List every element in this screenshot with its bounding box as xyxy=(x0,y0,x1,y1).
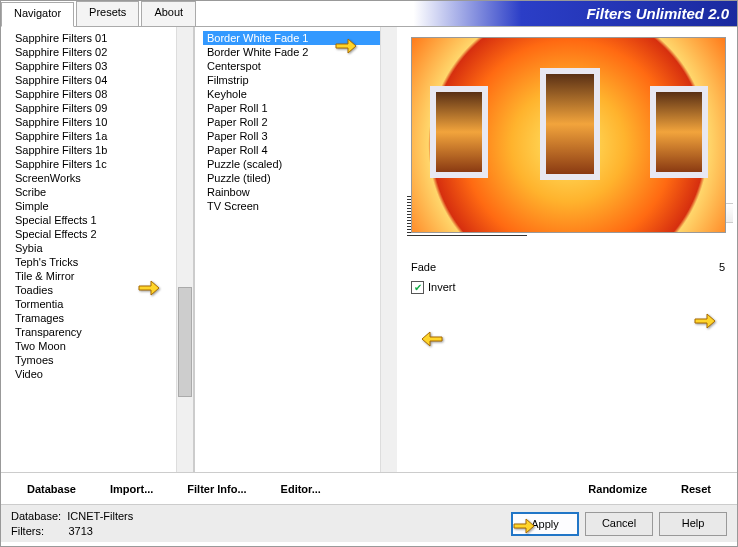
category-list[interactable]: Sapphire Filters 01Sapphire Filters 02Sa… xyxy=(1,27,176,472)
help-button[interactable]: Help xyxy=(659,512,727,536)
category-item[interactable]: Sapphire Filters 10 xyxy=(11,115,176,129)
category-item[interactable]: Sybia xyxy=(11,241,176,255)
status-db-label: Database: xyxy=(11,510,61,522)
preview-image xyxy=(411,37,726,233)
apply-button[interactable]: Apply xyxy=(511,512,579,536)
category-item[interactable]: Tramages xyxy=(11,311,176,325)
category-item[interactable]: Sapphire Filters 1b xyxy=(11,143,176,157)
category-item[interactable]: Toadies xyxy=(11,283,176,297)
filter-scrollbar[interactable] xyxy=(380,27,397,472)
category-scrollbar[interactable] xyxy=(176,27,193,472)
category-item[interactable]: Teph's Tricks xyxy=(11,255,176,269)
status-filters-label: Filters: xyxy=(11,525,44,537)
editor-button[interactable]: Editor... xyxy=(267,480,335,498)
tab-navigator[interactable]: Navigator xyxy=(1,2,74,27)
cancel-button[interactable]: Cancel xyxy=(585,512,653,536)
category-item[interactable]: Sapphire Filters 03 xyxy=(11,59,176,73)
category-item[interactable]: Sapphire Filters 01 xyxy=(11,31,176,45)
filter-item[interactable]: Paper Roll 2 xyxy=(203,115,380,129)
tab-presets[interactable]: Presets xyxy=(76,1,139,26)
import-button[interactable]: Import... xyxy=(96,480,167,498)
category-item[interactable]: Sapphire Filters 1c xyxy=(11,157,176,171)
filter-item[interactable]: Puzzle (scaled) xyxy=(203,157,380,171)
filter-info-button[interactable]: Filter Info... xyxy=(173,480,260,498)
category-item[interactable]: Sapphire Filters 1a xyxy=(11,129,176,143)
scroll-thumb[interactable] xyxy=(178,287,192,397)
category-item[interactable]: Two Moon xyxy=(11,339,176,353)
filter-item[interactable]: Keyhole xyxy=(203,87,380,101)
category-item[interactable]: Sapphire Filters 08 xyxy=(11,87,176,101)
status-db-value: ICNET-Filters xyxy=(67,510,133,522)
category-item[interactable]: Simple xyxy=(11,199,176,213)
param-fade-label: Fade xyxy=(411,261,695,273)
app-title: Filters Unlimited 2.0 xyxy=(198,1,737,26)
category-item[interactable]: Video xyxy=(11,367,176,381)
category-item[interactable]: Sapphire Filters 04 xyxy=(11,73,176,87)
filter-item[interactable]: Border White Fade 2 xyxy=(203,45,380,59)
category-item[interactable]: Sapphire Filters 02 xyxy=(11,45,176,59)
filter-item[interactable]: Puzzle (tiled) xyxy=(203,171,380,185)
category-item[interactable]: Special Effects 1 xyxy=(11,213,176,227)
category-item[interactable]: Scribe xyxy=(11,185,176,199)
filter-item[interactable]: Rainbow xyxy=(203,185,380,199)
reset-button[interactable]: Reset xyxy=(667,480,725,498)
filter-list[interactable]: Border White Fade 1Border White Fade 2Ce… xyxy=(195,27,380,472)
invert-checkbox[interactable]: ✔ xyxy=(411,281,424,294)
tab-about[interactable]: About xyxy=(141,1,196,26)
filter-item[interactable]: Paper Roll 1 xyxy=(203,101,380,115)
filter-item[interactable]: Paper Roll 3 xyxy=(203,129,380,143)
category-item[interactable]: Sapphire Filters 09 xyxy=(11,101,176,115)
category-item[interactable]: Tymoes xyxy=(11,353,176,367)
filter-item[interactable]: Filmstrip xyxy=(203,73,380,87)
database-button[interactable]: Database xyxy=(13,480,90,498)
param-fade-value[interactable]: 5 xyxy=(695,261,725,273)
randomize-button[interactable]: Randomize xyxy=(574,480,661,498)
param-invert-label: Invert xyxy=(428,281,456,293)
filter-item[interactable]: Paper Roll 4 xyxy=(203,143,380,157)
category-item[interactable]: ScreenWorks xyxy=(11,171,176,185)
category-item[interactable]: Tormentia xyxy=(11,297,176,311)
category-item[interactable]: Transparency xyxy=(11,325,176,339)
category-item[interactable]: Special Effects 2 xyxy=(11,227,176,241)
filter-item[interactable]: Centerspot xyxy=(203,59,380,73)
status-filters-value: 3713 xyxy=(68,525,92,537)
category-item[interactable]: Tile & Mirror xyxy=(11,269,176,283)
filter-item[interactable]: TV Screen xyxy=(203,199,380,213)
filter-item[interactable]: Border White Fade 1 xyxy=(203,31,380,45)
